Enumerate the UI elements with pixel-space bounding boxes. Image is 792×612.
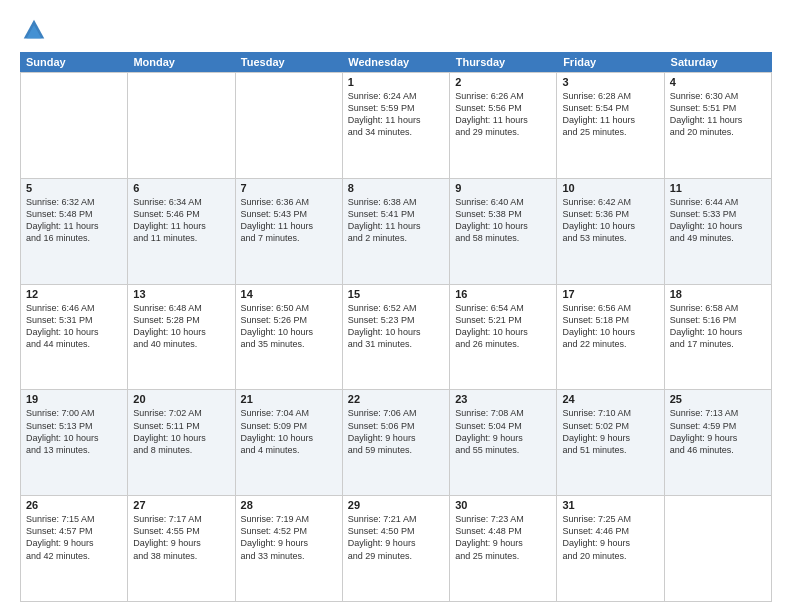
day-detail: Sunrise: 7:08 AM Sunset: 5:04 PM Dayligh… (455, 407, 551, 456)
day-cell-24: 24Sunrise: 7:10 AM Sunset: 5:02 PM Dayli… (557, 390, 664, 495)
calendar-header: SundayMondayTuesdayWednesdayThursdayFrid… (20, 52, 772, 72)
day-number: 19 (26, 393, 122, 405)
day-number: 12 (26, 288, 122, 300)
header-day-friday: Friday (557, 52, 664, 72)
day-number: 30 (455, 499, 551, 511)
day-number: 17 (562, 288, 658, 300)
logo-icon (20, 16, 48, 44)
empty-cell (665, 496, 772, 601)
day-cell-21: 21Sunrise: 7:04 AM Sunset: 5:09 PM Dayli… (236, 390, 343, 495)
day-number: 1 (348, 76, 444, 88)
day-number: 6 (133, 182, 229, 194)
empty-cell (21, 73, 128, 178)
page: SundayMondayTuesdayWednesdayThursdayFrid… (0, 0, 792, 612)
day-detail: Sunrise: 6:36 AM Sunset: 5:43 PM Dayligh… (241, 196, 337, 245)
day-detail: Sunrise: 7:21 AM Sunset: 4:50 PM Dayligh… (348, 513, 444, 562)
day-number: 7 (241, 182, 337, 194)
logo (20, 16, 52, 44)
day-cell-25: 25Sunrise: 7:13 AM Sunset: 4:59 PM Dayli… (665, 390, 772, 495)
day-number: 11 (670, 182, 766, 194)
day-cell-23: 23Sunrise: 7:08 AM Sunset: 5:04 PM Dayli… (450, 390, 557, 495)
day-cell-30: 30Sunrise: 7:23 AM Sunset: 4:48 PM Dayli… (450, 496, 557, 601)
day-number: 23 (455, 393, 551, 405)
day-cell-4: 4Sunrise: 6:30 AM Sunset: 5:51 PM Daylig… (665, 73, 772, 178)
day-detail: Sunrise: 6:56 AM Sunset: 5:18 PM Dayligh… (562, 302, 658, 351)
day-detail: Sunrise: 7:13 AM Sunset: 4:59 PM Dayligh… (670, 407, 766, 456)
day-number: 16 (455, 288, 551, 300)
day-detail: Sunrise: 7:04 AM Sunset: 5:09 PM Dayligh… (241, 407, 337, 456)
day-detail: Sunrise: 6:30 AM Sunset: 5:51 PM Dayligh… (670, 90, 766, 139)
day-cell-6: 6Sunrise: 6:34 AM Sunset: 5:46 PM Daylig… (128, 179, 235, 284)
day-number: 3 (562, 76, 658, 88)
week-row-1: 1Sunrise: 6:24 AM Sunset: 5:59 PM Daylig… (21, 72, 772, 178)
header-day-thursday: Thursday (450, 52, 557, 72)
day-number: 27 (133, 499, 229, 511)
header-day-tuesday: Tuesday (235, 52, 342, 72)
day-number: 10 (562, 182, 658, 194)
empty-cell (236, 73, 343, 178)
day-cell-28: 28Sunrise: 7:19 AM Sunset: 4:52 PM Dayli… (236, 496, 343, 601)
day-cell-31: 31Sunrise: 7:25 AM Sunset: 4:46 PM Dayli… (557, 496, 664, 601)
day-number: 28 (241, 499, 337, 511)
day-detail: Sunrise: 7:17 AM Sunset: 4:55 PM Dayligh… (133, 513, 229, 562)
day-number: 15 (348, 288, 444, 300)
week-row-4: 19Sunrise: 7:00 AM Sunset: 5:13 PM Dayli… (21, 389, 772, 495)
day-cell-14: 14Sunrise: 6:50 AM Sunset: 5:26 PM Dayli… (236, 285, 343, 390)
day-cell-26: 26Sunrise: 7:15 AM Sunset: 4:57 PM Dayli… (21, 496, 128, 601)
day-detail: Sunrise: 6:58 AM Sunset: 5:16 PM Dayligh… (670, 302, 766, 351)
day-cell-10: 10Sunrise: 6:42 AM Sunset: 5:36 PM Dayli… (557, 179, 664, 284)
day-cell-18: 18Sunrise: 6:58 AM Sunset: 5:16 PM Dayli… (665, 285, 772, 390)
day-detail: Sunrise: 6:44 AM Sunset: 5:33 PM Dayligh… (670, 196, 766, 245)
day-detail: Sunrise: 7:00 AM Sunset: 5:13 PM Dayligh… (26, 407, 122, 456)
day-cell-7: 7Sunrise: 6:36 AM Sunset: 5:43 PM Daylig… (236, 179, 343, 284)
calendar: SundayMondayTuesdayWednesdayThursdayFrid… (20, 52, 772, 602)
day-detail: Sunrise: 7:23 AM Sunset: 4:48 PM Dayligh… (455, 513, 551, 562)
day-number: 20 (133, 393, 229, 405)
day-cell-13: 13Sunrise: 6:48 AM Sunset: 5:28 PM Dayli… (128, 285, 235, 390)
day-cell-5: 5Sunrise: 6:32 AM Sunset: 5:48 PM Daylig… (21, 179, 128, 284)
day-cell-17: 17Sunrise: 6:56 AM Sunset: 5:18 PM Dayli… (557, 285, 664, 390)
header-day-monday: Monday (127, 52, 234, 72)
day-detail: Sunrise: 7:25 AM Sunset: 4:46 PM Dayligh… (562, 513, 658, 562)
day-cell-16: 16Sunrise: 6:54 AM Sunset: 5:21 PM Dayli… (450, 285, 557, 390)
day-number: 31 (562, 499, 658, 511)
day-cell-1: 1Sunrise: 6:24 AM Sunset: 5:59 PM Daylig… (343, 73, 450, 178)
day-detail: Sunrise: 6:34 AM Sunset: 5:46 PM Dayligh… (133, 196, 229, 245)
day-number: 8 (348, 182, 444, 194)
day-detail: Sunrise: 6:50 AM Sunset: 5:26 PM Dayligh… (241, 302, 337, 351)
day-number: 4 (670, 76, 766, 88)
day-number: 18 (670, 288, 766, 300)
day-detail: Sunrise: 6:40 AM Sunset: 5:38 PM Dayligh… (455, 196, 551, 245)
day-detail: Sunrise: 6:24 AM Sunset: 5:59 PM Dayligh… (348, 90, 444, 139)
week-row-3: 12Sunrise: 6:46 AM Sunset: 5:31 PM Dayli… (21, 284, 772, 390)
day-detail: Sunrise: 7:06 AM Sunset: 5:06 PM Dayligh… (348, 407, 444, 456)
day-cell-22: 22Sunrise: 7:06 AM Sunset: 5:06 PM Dayli… (343, 390, 450, 495)
day-number: 2 (455, 76, 551, 88)
day-number: 13 (133, 288, 229, 300)
day-cell-12: 12Sunrise: 6:46 AM Sunset: 5:31 PM Dayli… (21, 285, 128, 390)
day-number: 29 (348, 499, 444, 511)
day-detail: Sunrise: 7:19 AM Sunset: 4:52 PM Dayligh… (241, 513, 337, 562)
day-detail: Sunrise: 6:28 AM Sunset: 5:54 PM Dayligh… (562, 90, 658, 139)
day-detail: Sunrise: 7:02 AM Sunset: 5:11 PM Dayligh… (133, 407, 229, 456)
day-cell-9: 9Sunrise: 6:40 AM Sunset: 5:38 PM Daylig… (450, 179, 557, 284)
day-number: 24 (562, 393, 658, 405)
day-cell-8: 8Sunrise: 6:38 AM Sunset: 5:41 PM Daylig… (343, 179, 450, 284)
day-cell-15: 15Sunrise: 6:52 AM Sunset: 5:23 PM Dayli… (343, 285, 450, 390)
day-number: 5 (26, 182, 122, 194)
day-cell-19: 19Sunrise: 7:00 AM Sunset: 5:13 PM Dayli… (21, 390, 128, 495)
calendar-body: 1Sunrise: 6:24 AM Sunset: 5:59 PM Daylig… (20, 72, 772, 602)
empty-cell (128, 73, 235, 178)
day-cell-20: 20Sunrise: 7:02 AM Sunset: 5:11 PM Dayli… (128, 390, 235, 495)
week-row-2: 5Sunrise: 6:32 AM Sunset: 5:48 PM Daylig… (21, 178, 772, 284)
day-number: 14 (241, 288, 337, 300)
day-detail: Sunrise: 6:54 AM Sunset: 5:21 PM Dayligh… (455, 302, 551, 351)
day-number: 26 (26, 499, 122, 511)
header-day-sunday: Sunday (20, 52, 127, 72)
day-cell-29: 29Sunrise: 7:21 AM Sunset: 4:50 PM Dayli… (343, 496, 450, 601)
day-detail: Sunrise: 7:10 AM Sunset: 5:02 PM Dayligh… (562, 407, 658, 456)
day-detail: Sunrise: 6:32 AM Sunset: 5:48 PM Dayligh… (26, 196, 122, 245)
day-cell-27: 27Sunrise: 7:17 AM Sunset: 4:55 PM Dayli… (128, 496, 235, 601)
day-detail: Sunrise: 6:38 AM Sunset: 5:41 PM Dayligh… (348, 196, 444, 245)
week-row-5: 26Sunrise: 7:15 AM Sunset: 4:57 PM Dayli… (21, 495, 772, 601)
